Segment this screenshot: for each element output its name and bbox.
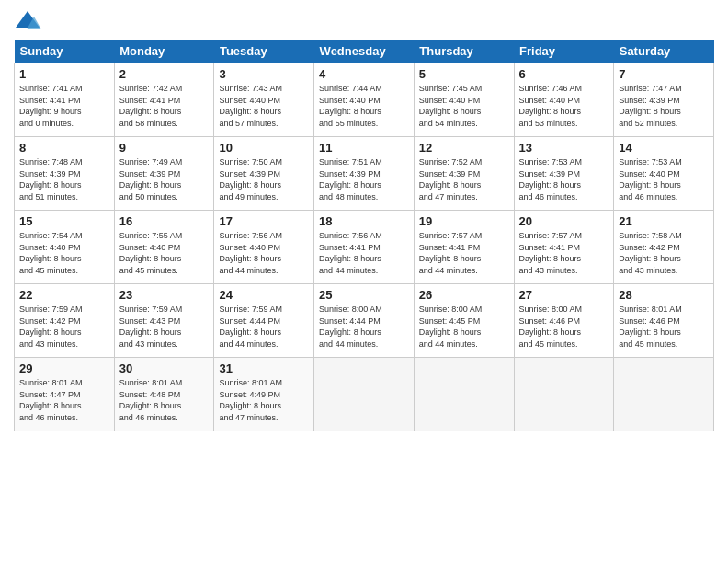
day-info: Sunrise: 7:58 AM Sunset: 4:42 PM Dayligh…: [619, 230, 709, 276]
calendar-cell: 18Sunrise: 7:56 AM Sunset: 4:41 PM Dayli…: [314, 211, 415, 284]
calendar-cell: 11Sunrise: 7:51 AM Sunset: 4:39 PM Dayli…: [314, 137, 415, 211]
day-info: Sunrise: 8:00 AM Sunset: 4:45 PM Dayligh…: [419, 304, 509, 350]
page-container: SundayMondayTuesdayWednesdayThursdayFrid…: [0, 0, 728, 436]
calendar-cell: 27Sunrise: 8:00 AM Sunset: 4:46 PM Dayli…: [514, 284, 614, 358]
day-info: Sunrise: 8:01 AM Sunset: 4:49 PM Dayligh…: [219, 377, 309, 423]
day-number: 7: [619, 67, 709, 81]
day-info: Sunrise: 7:43 AM Sunset: 4:40 PM Dayligh…: [219, 83, 309, 129]
calendar-cell: 20Sunrise: 7:57 AM Sunset: 4:41 PM Dayli…: [514, 211, 614, 284]
day-info: Sunrise: 7:59 AM Sunset: 4:42 PM Dayligh…: [19, 304, 109, 350]
calendar-week-2: 8Sunrise: 7:48 AM Sunset: 4:39 PM Daylig…: [15, 137, 714, 211]
calendar-cell: 9Sunrise: 7:49 AM Sunset: 4:39 PM Daylig…: [114, 137, 214, 211]
day-number: 3: [219, 67, 309, 81]
day-number: 15: [19, 214, 109, 228]
calendar-cell: 10Sunrise: 7:50 AM Sunset: 4:39 PM Dayli…: [214, 137, 314, 211]
day-info: Sunrise: 7:49 AM Sunset: 4:39 PM Dayligh…: [119, 156, 210, 202]
day-number: 29: [19, 362, 109, 375]
day-info: Sunrise: 8:01 AM Sunset: 4:47 PM Dayligh…: [19, 377, 109, 423]
calendar-cell: [514, 358, 614, 431]
day-info: Sunrise: 7:45 AM Sunset: 4:40 PM Dayligh…: [419, 83, 509, 129]
day-number: 8: [19, 141, 109, 155]
day-info: Sunrise: 7:59 AM Sunset: 4:44 PM Dayligh…: [219, 304, 309, 350]
header-day-tuesday: Tuesday: [214, 40, 314, 63]
day-info: Sunrise: 7:59 AM Sunset: 4:43 PM Dayligh…: [119, 304, 210, 350]
calendar-cell: 12Sunrise: 7:52 AM Sunset: 4:39 PM Dayli…: [414, 137, 514, 211]
calendar-cell: 24Sunrise: 7:59 AM Sunset: 4:44 PM Dayli…: [214, 284, 314, 358]
header-day-monday: Monday: [114, 40, 214, 63]
day-info: Sunrise: 7:55 AM Sunset: 4:40 PM Dayligh…: [119, 230, 210, 276]
day-number: 4: [319, 67, 409, 81]
day-info: Sunrise: 7:51 AM Sunset: 4:39 PM Dayligh…: [319, 156, 409, 202]
day-info: Sunrise: 7:57 AM Sunset: 4:41 PM Dayligh…: [519, 230, 609, 276]
header-day-wednesday: Wednesday: [314, 40, 415, 63]
calendar-cell: 5Sunrise: 7:45 AM Sunset: 4:40 PM Daylig…: [414, 63, 514, 137]
day-info: Sunrise: 7:56 AM Sunset: 4:40 PM Dayligh…: [219, 230, 309, 276]
day-info: Sunrise: 7:52 AM Sunset: 4:39 PM Dayligh…: [419, 156, 509, 202]
day-number: 5: [419, 67, 509, 81]
day-number: 10: [219, 141, 309, 155]
day-number: 19: [419, 214, 509, 228]
calendar-cell: 22Sunrise: 7:59 AM Sunset: 4:42 PM Dayli…: [15, 284, 115, 358]
day-info: Sunrise: 7:44 AM Sunset: 4:40 PM Dayligh…: [319, 83, 409, 129]
day-number: 27: [519, 288, 609, 302]
calendar-table: SundayMondayTuesdayWednesdayThursdayFrid…: [14, 40, 714, 431]
day-number: 23: [119, 288, 210, 302]
day-info: Sunrise: 8:00 AM Sunset: 4:44 PM Dayligh…: [319, 304, 409, 350]
calendar-cell: 3Sunrise: 7:43 AM Sunset: 4:40 PM Daylig…: [214, 63, 314, 137]
calendar-cell: 4Sunrise: 7:44 AM Sunset: 4:40 PM Daylig…: [314, 63, 415, 137]
calendar-cell: 28Sunrise: 8:01 AM Sunset: 4:46 PM Dayli…: [614, 284, 714, 358]
day-info: Sunrise: 7:48 AM Sunset: 4:39 PM Dayligh…: [19, 156, 109, 202]
calendar-week-1: 1Sunrise: 7:41 AM Sunset: 4:41 PM Daylig…: [15, 63, 714, 137]
day-number: 6: [519, 67, 609, 81]
day-info: Sunrise: 8:01 AM Sunset: 4:48 PM Dayligh…: [119, 377, 210, 423]
header-day-friday: Friday: [514, 40, 614, 63]
day-number: 9: [119, 141, 210, 155]
day-number: 28: [619, 288, 709, 302]
day-number: 18: [319, 214, 409, 228]
day-number: 2: [119, 67, 210, 81]
header-day-thursday: Thursday: [414, 40, 514, 63]
day-info: Sunrise: 7:57 AM Sunset: 4:41 PM Dayligh…: [419, 230, 509, 276]
calendar-cell: 6Sunrise: 7:46 AM Sunset: 4:40 PM Daylig…: [514, 63, 614, 137]
calendar-cell: 29Sunrise: 8:01 AM Sunset: 4:47 PM Dayli…: [15, 358, 115, 431]
calendar-cell: 15Sunrise: 7:54 AM Sunset: 4:40 PM Dayli…: [15, 211, 115, 284]
calendar-cell: 1Sunrise: 7:41 AM Sunset: 4:41 PM Daylig…: [15, 63, 115, 137]
day-info: Sunrise: 7:56 AM Sunset: 4:41 PM Dayligh…: [319, 230, 409, 276]
day-number: 14: [619, 141, 709, 155]
calendar-cell: 31Sunrise: 8:01 AM Sunset: 4:49 PM Dayli…: [214, 358, 314, 431]
calendar-cell: 21Sunrise: 7:58 AM Sunset: 4:42 PM Dayli…: [614, 211, 714, 284]
calendar-cell: 13Sunrise: 7:53 AM Sunset: 4:39 PM Dayli…: [514, 137, 614, 211]
day-number: 17: [219, 214, 309, 228]
calendar-week-5: 29Sunrise: 8:01 AM Sunset: 4:47 PM Dayli…: [15, 358, 714, 431]
calendar-week-4: 22Sunrise: 7:59 AM Sunset: 4:42 PM Dayli…: [15, 284, 714, 358]
day-info: Sunrise: 7:47 AM Sunset: 4:39 PM Dayligh…: [619, 83, 709, 129]
day-info: Sunrise: 7:53 AM Sunset: 4:40 PM Dayligh…: [619, 156, 709, 202]
day-number: 13: [519, 141, 609, 155]
day-number: 22: [19, 288, 109, 302]
day-info: Sunrise: 7:54 AM Sunset: 4:40 PM Dayligh…: [19, 230, 109, 276]
calendar-cell: [614, 358, 714, 431]
day-info: Sunrise: 7:46 AM Sunset: 4:40 PM Dayligh…: [519, 83, 609, 129]
day-number: 31: [219, 362, 309, 375]
day-number: 12: [419, 141, 509, 155]
day-number: 11: [319, 141, 409, 155]
calendar-cell: 30Sunrise: 8:01 AM Sunset: 4:48 PM Dayli…: [114, 358, 214, 431]
logo-icon: [14, 9, 41, 32]
calendar-cell: 17Sunrise: 7:56 AM Sunset: 4:40 PM Dayli…: [214, 211, 314, 284]
calendar-cell: 7Sunrise: 7:47 AM Sunset: 4:39 PM Daylig…: [614, 63, 714, 137]
day-info: Sunrise: 7:41 AM Sunset: 4:41 PM Dayligh…: [19, 83, 109, 129]
calendar-cell: 16Sunrise: 7:55 AM Sunset: 4:40 PM Dayli…: [114, 211, 214, 284]
header-day-sunday: Sunday: [15, 40, 115, 63]
calendar-week-3: 15Sunrise: 7:54 AM Sunset: 4:40 PM Dayli…: [15, 211, 714, 284]
calendar-cell: [414, 358, 514, 431]
calendar-header-row: SundayMondayTuesdayWednesdayThursdayFrid…: [15, 40, 714, 63]
calendar-cell: 23Sunrise: 7:59 AM Sunset: 4:43 PM Dayli…: [114, 284, 214, 358]
header: [14, 9, 714, 32]
calendar-cell: 8Sunrise: 7:48 AM Sunset: 4:39 PM Daylig…: [15, 137, 115, 211]
day-info: Sunrise: 7:53 AM Sunset: 4:39 PM Dayligh…: [519, 156, 609, 202]
calendar-cell: 25Sunrise: 8:00 AM Sunset: 4:44 PM Dayli…: [314, 284, 415, 358]
day-number: 25: [319, 288, 409, 302]
day-info: Sunrise: 7:50 AM Sunset: 4:39 PM Dayligh…: [219, 156, 309, 202]
logo: [14, 9, 44, 32]
calendar-cell: 19Sunrise: 7:57 AM Sunset: 4:41 PM Dayli…: [414, 211, 514, 284]
